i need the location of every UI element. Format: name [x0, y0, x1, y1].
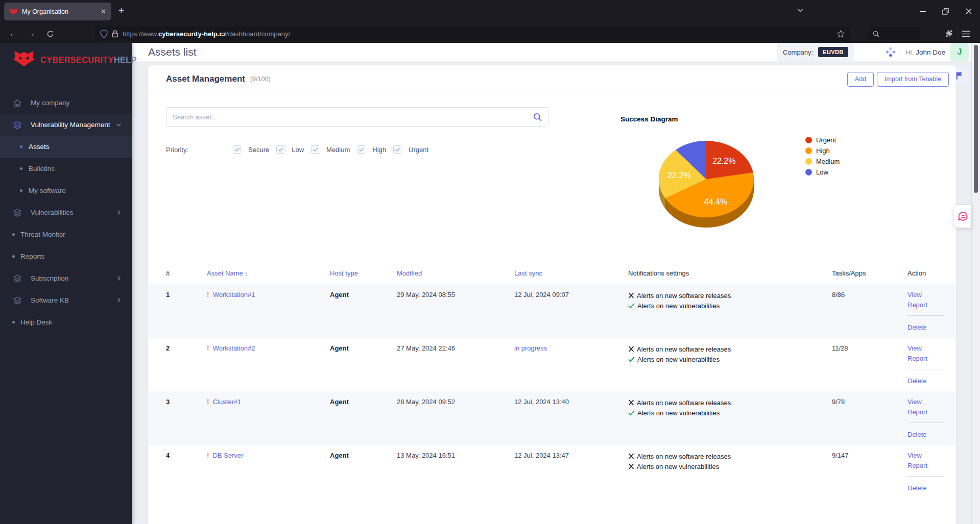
asset-name-link[interactable]: Workstation#2 [213, 344, 255, 352]
sidebar-item-label: My company [31, 99, 70, 107]
priority-checkbox-low[interactable] [276, 145, 284, 154]
url-bar[interactable]: https://www.cybersecurity-help.cz/dashbo… [95, 27, 850, 41]
chat-widget-button[interactable] [954, 205, 971, 228]
tracking-shield-icon[interactable] [100, 30, 108, 38]
owl-logo-icon [12, 50, 36, 69]
sidebar-item-software-kb[interactable]: Software KB [0, 289, 132, 311]
host-type: Agent [330, 445, 397, 460]
table-row: 3!Cluster#1Agent28 May, 2024 09:5212 Jul… [148, 391, 956, 445]
sidebar-item-my-software[interactable]: My software [0, 180, 132, 202]
extensions-icon[interactable] [942, 27, 955, 40]
alert-text: Alerts on new software releases [637, 452, 731, 461]
page-scrollbar[interactable] [971, 43, 980, 524]
sidebar-item-label: Vulnerabilities [31, 209, 74, 216]
sidebar-item-vulnerability-management[interactable]: Vulnerability Management [0, 114, 132, 136]
asset-name-link[interactable]: DB Server [213, 452, 244, 459]
back-button[interactable]: ← [7, 27, 20, 40]
sidebar-item-my-company[interactable]: My company [0, 92, 132, 114]
bullet-icon [20, 189, 22, 192]
avatar[interactable]: J [950, 43, 969, 61]
window-minimize-button[interactable] [911, 0, 934, 22]
window-close-button[interactable] [957, 0, 980, 22]
tab-close-icon[interactable]: ✕ [101, 8, 106, 15]
delete-link[interactable]: Delete [907, 430, 949, 439]
asset-name-link[interactable]: Cluster#1 [213, 398, 242, 406]
sidebar-nav: My companyVulnerability ManagementAssets… [0, 77, 132, 333]
asset-search-input[interactable] [173, 113, 533, 121]
delete-link[interactable]: Delete [907, 484, 949, 492]
browser-chrome: My Organisation ✕ + ← → https://www.cybe… [0, 0, 980, 43]
legend-item-low: Low [805, 167, 840, 178]
table-row: 4!DB ServerAgent13 May, 2024 16:5112 Jul… [148, 445, 956, 498]
action-cell: ViewReportDelete [907, 338, 949, 387]
pie-slice-value: 44.4% [704, 197, 727, 206]
page-header: Assets list Company: EUVDB Hi,John Doe J [132, 43, 980, 62]
legend-label: High [816, 147, 830, 155]
browser-search-field[interactable] [869, 27, 920, 40]
delete-link[interactable]: Delete [907, 323, 949, 332]
view-link[interactable]: View [907, 397, 949, 406]
sidebar-collapse-icon[interactable]: « [119, 53, 125, 64]
sidebar-item-reports[interactable]: Reports [0, 245, 132, 267]
priority-label: Priority: [166, 146, 226, 154]
reload-button[interactable] [43, 27, 57, 40]
sidebar-item-help-desk[interactable]: Help Desk [0, 311, 132, 333]
tasks-apps: 9/78 [832, 391, 907, 406]
asset-name-cell: !Workstation#2 [207, 338, 330, 353]
action-divider [907, 369, 944, 369]
new-tab-button[interactable]: + [118, 5, 124, 16]
forward-button[interactable]: → [25, 27, 38, 40]
menu-hamburger-icon[interactable] [959, 27, 972, 40]
report-link[interactable]: Report [907, 301, 949, 309]
alert-text: Alerts on new software releases [637, 398, 731, 407]
scrollbar-thumb[interactable] [974, 45, 978, 193]
report-link[interactable]: Report [907, 461, 949, 470]
alert-text: Alerts on new software releases [637, 345, 731, 354]
column-header-modified[interactable]: Modified [397, 269, 514, 277]
legend-swatch [805, 169, 812, 176]
tasks-apps: 8/86 [832, 284, 907, 299]
column-header-: # [166, 269, 207, 277]
action-cell: ViewReportDelete [907, 391, 949, 440]
sidebar-item-vulnerabilities[interactable]: Vulnerabilities [0, 202, 132, 223]
sidebar-item-bulletins[interactable]: Bulletins [0, 158, 132, 180]
chevron-right-icon [116, 297, 122, 303]
table-row: 1!Workstation#1Agent29 May, 2024 08:5512… [148, 284, 956, 338]
logo-text-red: CYBERSECURITY [40, 55, 114, 64]
priority-checkbox-high[interactable] [357, 145, 365, 154]
app-logo[interactable]: CYBERSECURITYHELP [0, 43, 132, 77]
alert-text: Alerts on new software releases [637, 291, 731, 300]
modified-date: 13 May, 2024 16:51 [397, 445, 514, 460]
sidebar-item-assets[interactable]: Assets [0, 136, 132, 158]
lock-icon[interactable] [112, 30, 118, 38]
legend-label: Low [816, 168, 828, 176]
asset-name-cell: !Workstation#1 [207, 284, 330, 299]
priority-checkbox-secure[interactable] [233, 145, 241, 154]
asset-name-link[interactable]: Workstation#1 [213, 291, 255, 298]
sidebar-item-threat-monitor[interactable]: Threat Monitor [0, 223, 132, 245]
import-from-tenable-button[interactable]: Import from Tenable [877, 72, 949, 87]
bookmark-star-icon[interactable] [836, 30, 845, 38]
tab-list-chevron-icon[interactable] [797, 7, 804, 14]
apps-diamond-icon[interactable] [885, 46, 896, 58]
asset-search[interactable] [166, 107, 548, 127]
view-link[interactable]: View [907, 344, 949, 353]
column-header-host-type[interactable]: Host type [330, 269, 397, 277]
priority-checkbox-urgent[interactable] [393, 145, 401, 154]
report-link[interactable]: Report [907, 354, 949, 363]
search-icon[interactable] [533, 113, 542, 121]
column-header-last-sync[interactable]: Last sync [514, 269, 628, 277]
bullet-icon [12, 255, 15, 258]
delete-link[interactable]: Delete [907, 377, 949, 385]
window-restore-button[interactable] [934, 0, 957, 22]
url-text[interactable]: https://www.cybersecurity-help.cz/dashbo… [123, 30, 832, 38]
column-header-asset-name[interactable]: Asset Name ↓ [207, 269, 330, 277]
browser-tab[interactable]: My Organisation ✕ [4, 3, 111, 20]
sidebar-item-subscription[interactable]: Subscription [0, 267, 132, 289]
add-button[interactable]: Add [847, 72, 874, 87]
report-link[interactable]: Report [907, 408, 949, 416]
view-link[interactable]: View [907, 451, 949, 460]
view-link[interactable]: View [907, 290, 949, 299]
last-sync[interactable]: in progress [514, 338, 628, 353]
priority-checkbox-medium[interactable] [311, 145, 319, 154]
